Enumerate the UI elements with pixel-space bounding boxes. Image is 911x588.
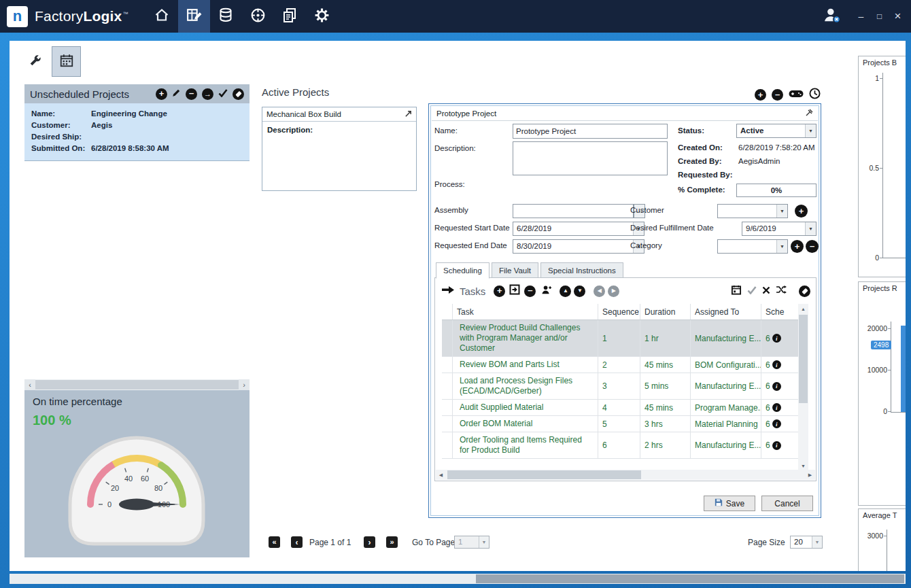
description-input[interactable] — [513, 141, 668, 175]
chevron-down-icon[interactable] — [776, 205, 787, 218]
page-size-dropdown[interactable]: 20 — [790, 536, 823, 549]
add-customer-icon[interactable] — [795, 205, 808, 218]
column-sequence[interactable]: Sequence — [598, 304, 640, 319]
table-row[interactable]: Review BOM and Parts List245 minsBOM Con… — [442, 357, 798, 373]
outdent-task-icon[interactable] — [594, 286, 605, 297]
chevron-down-icon[interactable] — [812, 536, 822, 548]
tasks-horizontal-scrollbar[interactable] — [436, 470, 815, 480]
info-icon[interactable] — [772, 419, 781, 428]
edit-project-icon[interactable] — [172, 88, 181, 100]
chevron-down-icon[interactable] — [805, 124, 816, 137]
remove-task-icon[interactable] — [524, 286, 536, 297]
table-row[interactable]: Audit Supplied Material445 minsProgram M… — [442, 400, 798, 416]
scroll-right-icon[interactable] — [805, 470, 815, 480]
tab-special-instructions[interactable]: Special Instructions — [540, 262, 623, 278]
add-project-icon[interactable] — [156, 88, 167, 100]
scrollbar-thumb[interactable] — [476, 574, 904, 583]
maximize-button[interactable] — [870, 7, 889, 26]
move-task-down-icon[interactable] — [574, 286, 585, 297]
tab-scheduling-module[interactable] — [52, 46, 81, 77]
next-page-button[interactable] — [364, 536, 375, 548]
add-active-project-icon[interactable] — [755, 89, 766, 101]
fulfillment-date-dropdown[interactable]: 9/6/2019 — [742, 222, 817, 236]
info-icon[interactable] — [772, 382, 781, 391]
minimize-button[interactable] — [852, 7, 870, 26]
customer-dropdown[interactable] — [717, 204, 788, 218]
import-tasks-icon[interactable] — [509, 284, 520, 298]
assign-user-icon[interactable] — [541, 285, 551, 298]
scroll-left-icon[interactable] — [436, 470, 446, 480]
previous-page-button[interactable] — [291, 536, 303, 548]
close-button[interactable] — [889, 7, 907, 26]
scroll-left-icon[interactable] — [24, 379, 35, 390]
history-clock-icon[interactable] — [809, 88, 821, 102]
remove-category-icon[interactable] — [806, 240, 819, 253]
accept-icon[interactable] — [218, 88, 228, 100]
expand-icon[interactable] — [405, 108, 412, 120]
schedule-project-icon[interactable] — [202, 88, 213, 100]
scheduled-cell: 6 — [761, 373, 798, 399]
add-task-icon[interactable] — [494, 286, 505, 297]
schedule-task-icon[interactable] — [731, 285, 742, 298]
info-icon[interactable] — [772, 334, 781, 343]
column-scheduled[interactable]: Sche — [761, 304, 798, 319]
info-icon[interactable] — [772, 360, 781, 369]
info-icon[interactable] — [772, 441, 781, 450]
add-category-icon[interactable] — [791, 240, 804, 253]
tasks-vertical-scrollbar[interactable] — [798, 304, 808, 471]
confirm-icon[interactable] — [747, 285, 757, 297]
table-row[interactable]: Load and Process Design Files (ECAD/MCAD… — [442, 373, 798, 400]
chevron-down-icon[interactable] — [805, 222, 816, 235]
wizard-icon[interactable] — [789, 89, 804, 101]
requested-start-dropdown[interactable]: 6/28/2019 — [513, 222, 644, 236]
tab-scheduling[interactable]: Scheduling — [436, 262, 489, 279]
user-account-icon[interactable] — [822, 5, 841, 27]
nav-settings[interactable] — [306, 0, 338, 33]
category-dropdown[interactable] — [717, 239, 788, 254]
status-dropdown[interactable]: Active — [736, 124, 817, 138]
nav-documents[interactable] — [274, 0, 306, 33]
save-button[interactable]: Save — [704, 496, 755, 511]
last-page-button[interactable] — [386, 536, 398, 548]
cancel-button[interactable]: Cancel — [761, 496, 813, 511]
chart-bar[interactable] — [901, 326, 906, 412]
scrollbar-thumb[interactable] — [447, 470, 641, 479]
table-row[interactable]: Order BOM Material53 hrsMaterial Plannin… — [442, 416, 798, 432]
list-item[interactable]: Name:Engineering Change Customer:Aegis D… — [24, 103, 250, 161]
nav-material[interactable] — [210, 0, 242, 33]
planning-icon — [186, 7, 203, 27]
list-horizontal-scrollbar[interactable] — [24, 379, 250, 390]
app-horizontal-scrollbar[interactable] — [10, 574, 906, 584]
scroll-up-icon[interactable] — [798, 304, 808, 314]
tab-file-vault[interactable]: File Vault — [492, 262, 538, 278]
column-assigned-to[interactable]: Assigned To — [691, 304, 761, 319]
chevron-down-icon[interactable] — [776, 240, 787, 253]
scrollbar-thumb[interactable] — [799, 315, 808, 403]
tab-setup[interactable] — [20, 46, 50, 77]
scroll-right-icon[interactable] — [239, 379, 250, 390]
remove-project-icon[interactable] — [186, 88, 197, 100]
assembly-input[interactable] — [513, 204, 634, 218]
remove-active-project-icon[interactable] — [772, 89, 783, 101]
name-input[interactable] — [513, 124, 668, 139]
goto-page-input[interactable]: 1 — [454, 536, 489, 549]
unschedule-icon[interactable] — [762, 285, 770, 297]
clear-icon[interactable] — [233, 88, 244, 100]
move-task-up-icon[interactable] — [560, 286, 571, 297]
clear-schedule-icon[interactable] — [799, 286, 810, 297]
info-icon[interactable] — [772, 403, 781, 412]
scrollbar-thumb[interactable] — [35, 380, 239, 390]
nav-production[interactable] — [242, 0, 274, 33]
indent-task-icon[interactable] — [608, 286, 619, 297]
requested-end-dropdown[interactable]: 8/30/2019 — [513, 239, 644, 254]
table-row[interactable]: Review Product Build Challenges with Pro… — [442, 320, 798, 357]
first-page-button[interactable] — [269, 536, 280, 548]
pin-icon[interactable] — [805, 107, 813, 120]
column-duration[interactable]: Duration — [640, 304, 691, 319]
column-task[interactable]: Task — [453, 304, 598, 319]
nav-planning[interactable] — [178, 0, 210, 33]
project-card[interactable]: Mechanical Box Build Description: — [262, 107, 417, 191]
auto-schedule-icon[interactable] — [776, 285, 787, 297]
nav-home[interactable] — [146, 0, 178, 33]
table-row[interactable]: Order Tooling and Items Required for Pro… — [442, 432, 798, 459]
